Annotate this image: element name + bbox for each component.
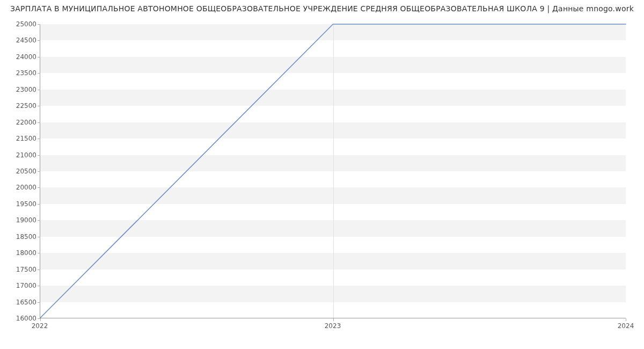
y-tick-label: 16000: [4, 315, 36, 322]
chart-title: ЗАРПЛАТА В МУНИЦИПАЛЬНОЕ АВТОНОМНОЕ ОБЩЕ…: [0, 4, 644, 13]
y-tick-label: 23000: [4, 86, 36, 93]
plot-area: [40, 24, 626, 318]
x-tick-label: 2023: [325, 322, 341, 330]
y-tick-label: 21000: [4, 151, 36, 159]
x-tick-label: 2022: [32, 322, 48, 330]
x-tick-mark: [40, 318, 41, 321]
y-tick-label: 19000: [4, 216, 36, 224]
y-tick-label: 18500: [4, 233, 36, 241]
y-tick-label: 17500: [4, 266, 36, 273]
chart-container: ЗАРПЛАТА В МУНИЦИПАЛЬНОЕ АВТОНОМНОЕ ОБЩЕ…: [0, 0, 644, 349]
y-tick-label: 16500: [4, 299, 36, 306]
y-tick-label: 20000: [4, 184, 36, 191]
y-tick-label: 17000: [4, 282, 36, 289]
x-tick-mark: [626, 318, 626, 321]
y-tick-label: 24500: [4, 37, 36, 44]
y-tick-label: 19500: [4, 200, 36, 208]
y-tick-label: 22500: [4, 102, 36, 110]
y-tick-label: 20500: [4, 168, 36, 175]
y-tick-label: 22000: [4, 119, 36, 126]
y-tick-label: 24000: [4, 53, 36, 61]
y-tick-label: 25000: [4, 20, 36, 28]
y-tick-label: 18000: [4, 249, 36, 257]
y-tick-label: 23500: [4, 69, 36, 77]
y-tick-label: 21500: [4, 135, 36, 142]
line-series: [40, 24, 626, 318]
x-tick-mark: [333, 318, 334, 321]
x-tick-label: 2024: [618, 322, 634, 330]
series-path: [40, 24, 626, 318]
